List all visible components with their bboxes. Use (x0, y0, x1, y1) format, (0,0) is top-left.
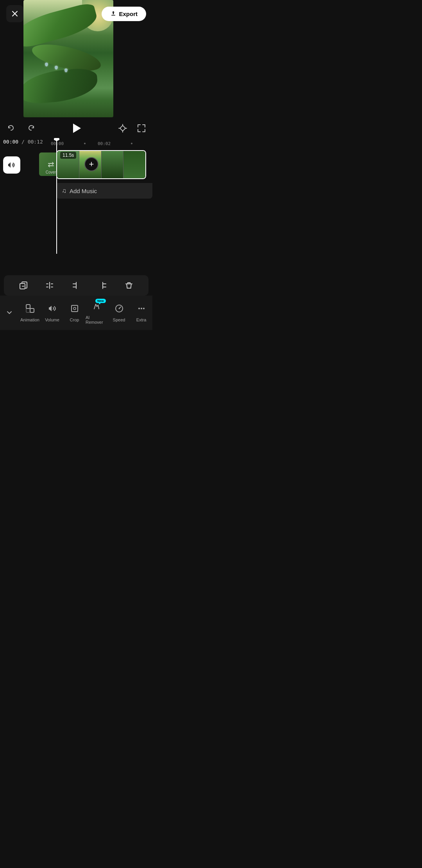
upload-icon (110, 11, 116, 17)
playhead-line (56, 139, 57, 254)
split-button[interactable] (43, 278, 57, 292)
add-music-label: Add Music (70, 188, 97, 194)
close-button[interactable] (6, 5, 23, 22)
audio-button[interactable] (3, 156, 20, 174)
clip-duration-badge: 11.5s (60, 152, 76, 159)
leaf-bottom (23, 67, 99, 105)
nav-item-volume[interactable]: Volume (41, 296, 63, 330)
trim-left-button[interactable] (69, 278, 83, 292)
timecode: 00:00 / 00:12 (3, 139, 43, 145)
svg-point-26 (118, 308, 120, 309)
nav-ai-remover-label: AI Remover (86, 315, 108, 325)
nav-item-crop[interactable]: Crop (63, 296, 86, 330)
nav-speed-label: Speed (113, 317, 125, 322)
play-button[interactable] (67, 119, 86, 138)
nav-crop-label: Crop (70, 317, 79, 322)
fullscreen-button[interactable] (135, 122, 148, 135)
timeline-ruler: 00:00 00:02 (51, 139, 152, 148)
current-time: 00:00 (3, 139, 18, 145)
nav-items-list: Animation Volume Crop (19, 296, 152, 330)
svg-rect-20 (30, 308, 34, 312)
ruler-tick-0: 00:00 (51, 141, 64, 146)
edit-toolbar (4, 275, 148, 296)
trim-right-button[interactable] (96, 278, 110, 292)
svg-point-28 (141, 308, 142, 309)
undo-redo-group (5, 122, 38, 135)
nav-item-animation[interactable]: Animation (19, 296, 41, 330)
ruler-dot-1 (84, 143, 86, 144)
nav-animation-label: Animation (20, 317, 39, 322)
svg-point-23 (73, 307, 76, 310)
close-icon (12, 11, 18, 17)
nav-item-ai-remover[interactable]: New AI Remover (86, 296, 108, 330)
water-drop-2 (55, 66, 58, 70)
bottom-nav: Animation Volume Crop (0, 296, 152, 330)
svg-rect-21 (26, 308, 30, 312)
music-note-icon: ♫ (62, 187, 66, 194)
svg-point-29 (143, 308, 145, 309)
duplicate-button[interactable] (16, 278, 30, 292)
animation-icon (25, 303, 35, 316)
chevron-down-icon (5, 309, 13, 317)
cover-label: Cover (46, 170, 56, 176)
keyframe-button[interactable] (116, 122, 129, 135)
svg-rect-1 (120, 126, 125, 131)
add-clip-button[interactable]: + (84, 157, 98, 171)
controls-bar (0, 118, 152, 138)
nav-item-extra[interactable]: Extra (130, 296, 152, 330)
nav-collapse-button[interactable] (0, 296, 19, 330)
header: Export (0, 0, 152, 27)
keyframe-fullscreen-group (116, 122, 148, 135)
add-music-button[interactable]: ♫ Add Music (56, 183, 152, 199)
clip-frame-4 (123, 151, 145, 178)
nav-extra-label: Extra (136, 317, 147, 322)
export-label: Export (119, 11, 138, 17)
svg-marker-0 (73, 124, 81, 133)
timecode-separator: / (21, 139, 28, 145)
water-drop-1 (45, 63, 48, 66)
delete-button[interactable] (122, 278, 136, 292)
ruler-tick-1: 00:02 (98, 141, 111, 146)
ai-remover-icon: New (92, 301, 102, 314)
redo-button[interactable] (25, 122, 38, 135)
nav-item-speed[interactable]: Speed (108, 296, 130, 330)
extra-icon (136, 303, 147, 316)
export-button[interactable]: Export (102, 7, 146, 21)
svg-point-27 (138, 308, 140, 309)
nav-volume-label: Volume (45, 317, 59, 322)
ruler-dot-2 (131, 143, 132, 144)
volume-nav-icon (47, 303, 57, 316)
clip-frame-3 (102, 151, 123, 178)
new-badge: New (95, 299, 106, 303)
cover-arrows-icon: ⇄ (48, 160, 54, 169)
undo-button[interactable] (5, 122, 17, 135)
timeline-area: ⇄ Cover 11.5s + ♫ Add Music (0, 149, 152, 195)
clip-duration-text: 11.5s (63, 152, 74, 158)
svg-rect-19 (26, 305, 30, 308)
total-time: 00:12 (28, 139, 43, 145)
volume-icon (7, 160, 16, 170)
svg-rect-22 (72, 305, 78, 312)
speed-icon (114, 303, 124, 316)
crop-icon (70, 303, 80, 316)
play-icon (69, 121, 83, 135)
